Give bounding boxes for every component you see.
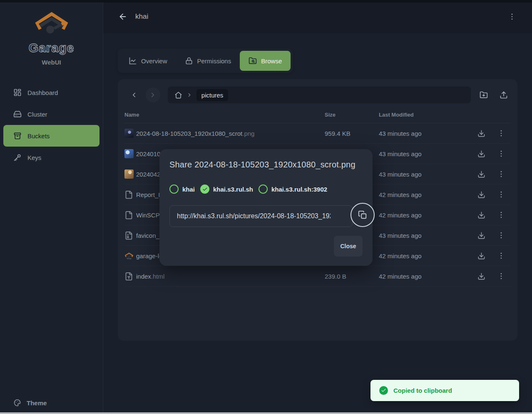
share-url-row [169,205,363,229]
toast: Copied to clipboard [370,380,519,401]
file-type-icon [124,272,133,281]
toast-message: Copied to clipboard [393,387,452,394]
copy-button[interactable] [351,203,375,227]
row-menu-button[interactable] [494,228,508,242]
logo-title: Garage [0,41,103,55]
table-header: Name Size Last Modified [124,107,511,123]
garage-thumb: Garage [124,252,134,259]
download-button[interactable] [474,167,488,181]
share-url-input[interactable] [169,205,353,227]
breadcrumb-folder[interactable]: pictures [196,89,229,101]
file-archive-icon [124,231,133,240]
file-thumbnail [124,149,134,158]
share-host-option[interactable]: khai [169,185,195,194]
browser-toolbar: pictures [124,86,511,104]
download-button[interactable] [474,187,488,202]
modal-title: Share 2024-08-18-105203_1920x1080_scrot.… [169,160,363,170]
cluster-icon [13,110,22,118]
sidebar-item-label: Dashboard [27,89,58,96]
chart-icon [129,57,137,65]
sidebar-item-keys[interactable]: Keys [3,147,99,168]
tab-browse[interactable]: Browse [240,51,291,71]
lock-icon [185,57,193,65]
file-modified: 42 minutes ago [379,252,474,259]
theme-label: Theme [27,399,47,407]
close-button[interactable]: Close [334,236,363,257]
folder-search-icon [249,57,257,65]
sidebar-item-label: Cluster [27,111,47,118]
file-modified: 42 minutes ago [379,191,474,198]
share-host-label: khai [182,186,195,193]
column-name: Name [124,112,325,118]
sidebar: Garage WebUI DashboardClusterBucketsKeys… [0,0,103,414]
tab-permissions[interactable]: Permissions [176,51,240,71]
garage-webui-page: Garage WebUI DashboardClusterBucketsKeys… [0,0,532,414]
download-button[interactable] [474,269,488,283]
back-button[interactable] [117,11,128,22]
horizontal-scrollbar[interactable] [0,412,532,414]
radio-icon[interactable] [169,185,179,194]
file-icon [124,211,133,219]
app-logo: Garage WebUI [0,0,103,66]
logo-subtitle: WebUI [0,59,103,66]
download-button[interactable] [474,147,488,161]
share-host-label: khai.s3.rul.sh:3902 [271,186,327,193]
table-row[interactable]: 2024-08-18-105203_1920x1080_scrot.png959… [124,123,511,144]
check-circle-icon [379,386,388,395]
file-extension: .png [242,130,254,137]
row-menu-button[interactable] [494,208,508,222]
file-extension: .html [151,273,165,280]
download-button[interactable] [474,208,488,222]
radio-icon[interactable] [259,185,268,194]
row-menu-button[interactable] [494,167,508,181]
tab-overview[interactable]: Overview [120,51,176,71]
column-size: Size [325,112,379,118]
svg-text:Garage: Garage [127,258,132,259]
file-name: 2024-08-18-105203_1920x1080_scrot.png [136,130,325,137]
file-size: 959.4 KB [325,130,379,137]
tab-label: Overview [141,57,167,65]
share-host-option[interactable]: khai.s3.rul.sh:3902 [259,185,327,194]
chevron-right-icon [186,92,192,98]
buckets-icon [13,132,22,140]
download-button[interactable] [474,126,488,140]
row-menu-button[interactable] [494,187,508,202]
radio-checked-icon[interactable] [200,185,209,194]
share-host-label: khai.s3.rul.sh [213,186,253,193]
sidebar-item-dashboard[interactable]: Dashboard [3,82,99,103]
download-button[interactable] [474,249,488,263]
header-menu-button[interactable] [506,11,518,22]
row-menu-button[interactable] [494,147,508,161]
dashboard-icon [13,88,22,97]
file-modified: 43 minutes ago [379,130,474,137]
table-row[interactable]: index.html239.0 B42 minutes ago [124,266,511,287]
theme-button[interactable]: Theme [13,399,47,407]
palette-icon [13,399,22,407]
download-button[interactable] [474,228,488,242]
history-forward-button[interactable] [146,87,160,102]
sidebar-item-buckets[interactable]: Buckets [3,125,99,147]
row-menu-button[interactable] [494,249,508,263]
file-modified: 43 minutes ago [379,232,474,239]
row-menu-button[interactable] [494,269,508,283]
file-name: index.html [136,273,325,280]
sidebar-item-label: Keys [27,154,41,161]
tab-label: Permissions [197,57,231,65]
upload-button[interactable] [496,87,511,102]
sidebar-nav: DashboardClusterBucketsKeys [0,82,103,168]
sidebar-item-cluster[interactable]: Cluster [3,103,99,125]
file-icon [124,190,133,199]
new-folder-button[interactable] [476,87,491,102]
file-modified: 43 minutes ago [379,150,474,157]
share-host-options: khaikhai.s3.rul.shkhai.s3.rul.sh:3902 [169,185,363,194]
file-modified: 42 minutes ago [379,273,474,280]
sidebar-item-label: Buckets [27,132,50,140]
history-back-button[interactable] [127,87,142,102]
file-modified: 42 minutes ago [379,212,474,219]
row-menu-button[interactable] [494,126,508,140]
file-size: 239.0 B [325,273,379,280]
keys-icon [13,153,22,162]
share-host-option[interactable]: khai.s3.rul.sh [200,185,253,194]
home-icon[interactable] [174,91,182,99]
column-modified: Last Modified [379,112,474,118]
